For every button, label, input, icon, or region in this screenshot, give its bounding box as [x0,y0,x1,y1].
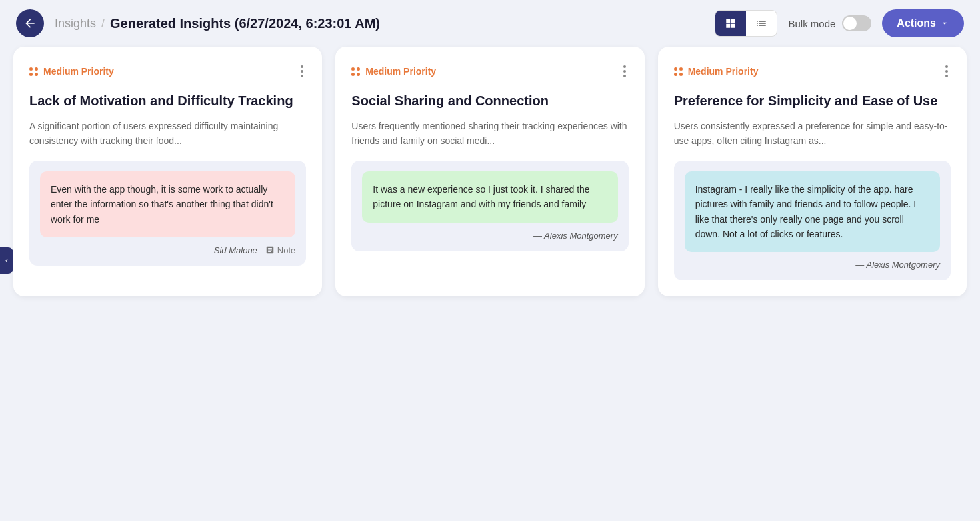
card-1-note[interactable]: Note [265,245,295,255]
breadcrumb-insights-link[interactable]: Insights [55,17,96,31]
header-right: Bulk mode Actions [715,9,964,37]
priority-dots-icon [29,67,38,76]
card-3-quote-box: Instagram - I really like the simplicity… [685,171,940,253]
card-1-title: Lack of Motivation and Difficulty Tracki… [29,92,306,109]
header: Insights / Generated Insights (6/27/2024… [0,0,980,47]
card-3: Medium Priority Preference for Simplicit… [658,47,967,296]
card-3-description: Users consistently expressed a preferenc… [674,119,951,149]
card-2-priority: Medium Priority [351,66,436,77]
card-1-priority: Medium Priority [29,66,114,77]
breadcrumb: Insights / Generated Insights (6/27/2024… [55,16,380,31]
card-1: Medium Priority Lack of Motivation and D… [13,47,322,296]
card-1-quote-area: Even with the app though, it is some wor… [29,161,306,266]
card-1-quote-box: Even with the app though, it is some wor… [40,171,295,237]
bulk-mode-toggle[interactable] [842,15,871,31]
card-2-attribution: — Alexis Montgomery [362,231,617,241]
card-1-attribution: — Sid Malone Note [40,245,295,255]
bulk-mode-label: Bulk mode [788,18,835,29]
card-3-quote-area: Instagram - I really like the simplicity… [674,161,951,281]
card-2-title: Social Sharing and Connection [351,92,628,109]
card-2-priority-label: Medium Priority [365,66,436,77]
card-3-priority-label: Medium Priority [688,66,759,77]
card-2-author: — Alexis Montgomery [533,231,618,241]
card-1-header: Medium Priority [29,63,306,80]
view-toggle [715,10,777,37]
grid-view-button[interactable] [715,11,746,36]
card-2-header: Medium Priority [351,63,628,80]
actions-label: Actions [897,17,936,29]
left-edge-button[interactable]: ‹ [0,247,13,274]
note-label: Note [277,245,295,255]
card-3-attribution: — Alexis Montgomery [685,260,940,270]
card-1-priority-label: Medium Priority [43,66,114,77]
actions-button[interactable]: Actions [882,9,964,37]
card-2-description: Users frequently mentioned sharing their… [351,119,628,149]
card-2-quote-text: It was a new experience so I just took i… [373,184,589,209]
card-3-more-button[interactable] [943,63,951,80]
priority-dots-icon [351,67,360,76]
card-3-title: Preference for Simplicity and Ease of Us… [674,92,951,109]
card-2-quote-area: It was a new experience so I just took i… [351,161,628,251]
priority-dots-icon [674,67,683,76]
card-1-author: — Sid Malone [203,245,257,255]
card-3-author: — Alexis Montgomery [855,260,940,270]
card-1-more-button[interactable] [298,63,306,80]
cards-container: Medium Priority Lack of Motivation and D… [0,47,980,310]
card-2: Medium Priority Social Sharing and Conne… [335,47,644,296]
card-1-description: A significant portion of users expressed… [29,119,306,149]
card-3-header: Medium Priority [674,63,951,80]
card-3-quote-text: Instagram - I really like the simplicity… [695,184,917,239]
bulk-mode: Bulk mode [788,15,871,31]
card-1-quote-text: Even with the app though, it is some wor… [51,184,273,225]
back-button[interactable] [16,9,44,37]
card-2-more-button[interactable] [621,63,629,80]
card-2-quote-box: It was a new experience so I just took i… [362,171,617,223]
breadcrumb-separator: / [101,17,105,31]
list-view-button[interactable] [746,11,777,36]
card-3-priority: Medium Priority [674,66,759,77]
page-title: Generated Insights (6/27/2024, 6:23:01 A… [110,16,380,31]
